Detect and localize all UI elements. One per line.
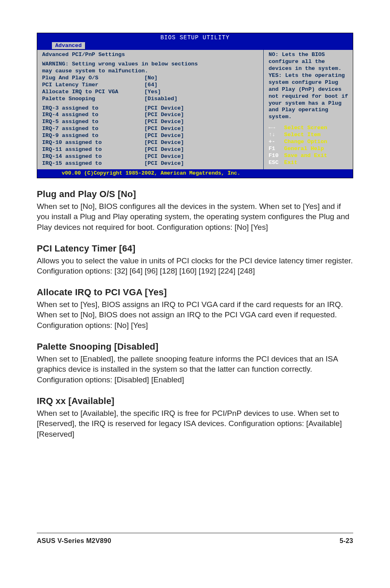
bios-nav-key: F10 (269, 153, 281, 159)
bios-nav-label: Save and Exit (284, 153, 327, 159)
bios-irq-value: [PCI Device] (144, 112, 260, 119)
bios-warning-line1: WARNING: Setting wrong values in below s… (42, 61, 260, 68)
bios-nav-key: ←→ (269, 125, 281, 132)
bios-footer: v00.00 (C)Copyright 1985-2002, American … (37, 169, 353, 177)
section-heading: PCI Latency Timer [64] (37, 243, 353, 254)
bios-irq-label: IRQ-9 assigned to (42, 132, 144, 139)
bios-section-heading: Advanced PCI/PnP Settings (42, 52, 260, 58)
bios-setting-label: Plug And Play O/S (42, 75, 144, 82)
bios-irq-value: [PCI Device] (144, 132, 260, 139)
bios-title-bar: BIOS SETUP UTILITY (37, 33, 353, 42)
page-footer: ASUS V-Series M2V890 5-23 (37, 533, 353, 545)
bios-irq-row: IRQ-4 assigned to [PCI Device] (42, 112, 260, 119)
bios-nav-key: ESC (269, 159, 281, 166)
bios-irq-value: [PCI Device] (144, 139, 260, 146)
bios-setting-value: [Yes] (144, 89, 260, 96)
section-body: When set to [Yes], BIOS assigns an IRQ t… (37, 299, 353, 331)
bios-nav-label: Exit (284, 159, 297, 166)
bios-setting-label: Allocate IRQ to PCI VGA (42, 89, 144, 96)
section-body: Allows you to select the value in units … (37, 256, 353, 276)
bios-warning-line2: may cause system to malfunction. (42, 68, 260, 75)
section-body: When set to [Enabled], the pallete snoop… (37, 354, 353, 385)
bios-nav-row: ↑↓ Select Item (269, 132, 349, 139)
bios-nav-key: +- (269, 139, 281, 146)
bios-irq-value: [PCI Device] (144, 105, 260, 112)
bios-irq-value: [PCI Device] (144, 126, 260, 132)
section-heading: Palette Snooping [Disabled] (37, 341, 353, 352)
bios-irq-row: IRQ-11 assigned to [PCI Device] (42, 146, 260, 153)
bios-setting-row: PCI Latency Timer [64] (42, 82, 260, 89)
bios-setup-screenshot: BIOS SETUP UTILITY Advanced Advanced PCI… (37, 33, 353, 178)
bios-nav-label: General Help (284, 146, 324, 152)
section-body: When set to [No], BIOS configures all th… (37, 201, 353, 233)
bios-setting-value: [No] (144, 75, 260, 82)
bios-help-panel: NO: Lets the BIOS configure all the devi… (264, 50, 353, 169)
bios-irq-label: IRQ-10 assigned to (42, 139, 144, 146)
bios-irq-row: IRQ-5 assigned to [PCI Device] (42, 119, 260, 126)
bios-tab-row: Advanced (37, 42, 353, 50)
bios-irq-label: IRQ-11 assigned to (42, 146, 144, 153)
bios-nav-label: Change Option (284, 139, 327, 145)
bios-irq-label: IRQ-3 assigned to (42, 105, 144, 112)
bios-nav-key: F1 (269, 146, 281, 153)
bios-nav-row: +- Change Option (269, 139, 349, 146)
section-heading: Allocate IRQ to PCI VGA [Yes] (37, 287, 353, 298)
bios-irq-value: [PCI Device] (144, 153, 260, 160)
section-body: When set to [Available], the specific IR… (37, 408, 353, 440)
bios-title: BIOS SETUP UTILITY (160, 34, 229, 41)
bios-setting-row: Palette Snooping [Disabled] (42, 96, 260, 103)
bios-irq-value: [PCI Device] (144, 160, 260, 167)
bios-main-panel: Advanced PCI/PnP Settings WARNING: Setti… (37, 50, 264, 169)
bios-setting-row: Allocate IRQ to PCI VGA [Yes] (42, 89, 260, 96)
bios-irq-value: [PCI Device] (144, 119, 260, 126)
bios-irq-row: IRQ-3 assigned to [PCI Device] (42, 105, 260, 112)
footer-product: ASUS V-Series M2V890 (37, 537, 111, 545)
bios-irq-row: IRQ-14 assigned to [PCI Device] (42, 153, 260, 160)
bios-irq-label: IRQ-5 assigned to (42, 119, 144, 126)
bios-setting-label: PCI Latency Timer (42, 82, 144, 89)
bios-setting-value: [Disabled] (144, 96, 260, 103)
bios-irq-label: IRQ-7 assigned to (42, 126, 144, 132)
bios-nav-row: ←→ Select Screen (269, 125, 349, 132)
bios-irq-row: IRQ-10 assigned to [PCI Device] (42, 139, 260, 146)
bios-irq-value: [PCI Device] (144, 146, 260, 153)
bios-nav-row: F10 Save and Exit (269, 153, 349, 159)
bios-setting-label: Palette Snooping (42, 96, 144, 103)
bios-irq-label: IRQ-15 assigned to (42, 160, 144, 167)
bios-setting-row: Plug And Play O/S [No] (42, 75, 260, 82)
bios-irq-row: IRQ-9 assigned to [PCI Device] (42, 132, 260, 139)
bios-nav-key: ↑↓ (269, 132, 281, 139)
bios-nav-label: Select Screen (284, 125, 327, 131)
bios-tab-advanced: Advanced (52, 42, 85, 49)
bios-irq-label: IRQ-14 assigned to (42, 153, 144, 160)
bios-irq-row: IRQ-7 assigned to [PCI Device] (42, 126, 260, 132)
bios-help-text: NO: Lets the BIOS configure all the devi… (269, 52, 349, 121)
bios-irq-label: IRQ-4 assigned to (42, 112, 144, 119)
footer-page-number: 5-23 (340, 537, 353, 545)
bios-setting-value: [64] (144, 82, 260, 89)
section-heading: IRQ xx [Available] (37, 396, 353, 406)
bios-irq-row: IRQ-15 assigned to [PCI Device] (42, 160, 260, 167)
section-heading: Plug and Play O/S [No] (37, 189, 353, 200)
bios-nav-row: F1 General Help (269, 146, 349, 153)
bios-nav-row: ESC Exit (269, 159, 349, 166)
bios-nav-label: Select Item (284, 132, 321, 138)
